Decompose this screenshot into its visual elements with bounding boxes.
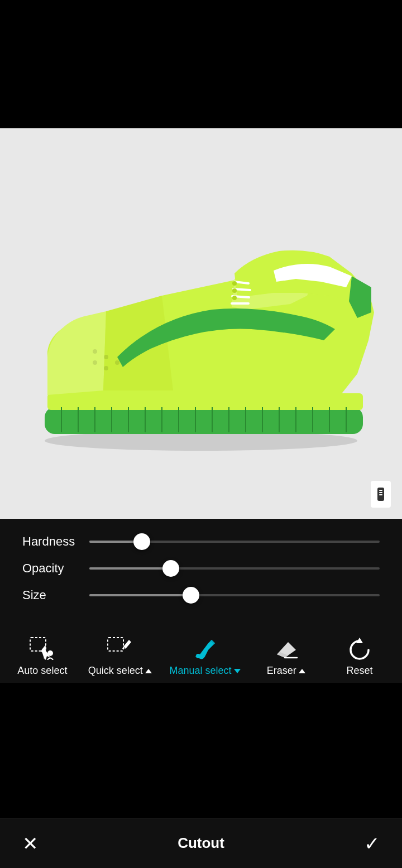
canvas-tool-button[interactable] — [371, 481, 391, 508]
quick-select-tool[interactable]: Quick select — [88, 636, 152, 677]
svg-point-26 — [232, 288, 237, 293]
top-bar — [0, 0, 402, 128]
svg-point-27 — [232, 296, 237, 300]
auto-select-label: Auto select — [17, 665, 67, 677]
reset-tool[interactable]: Reset — [332, 636, 387, 677]
hardness-slider[interactable] — [89, 541, 380, 543]
svg-rect-35 — [379, 492, 382, 493]
eraser-label-row: Eraser — [267, 665, 305, 677]
eraser-icon — [272, 636, 300, 660]
opacity-slider[interactable] — [89, 567, 380, 570]
svg-point-30 — [115, 360, 119, 365]
hardness-row: Hardness — [22, 534, 380, 549]
manual-select-label-row: Manual select — [169, 665, 240, 677]
quick-select-arrow — [145, 669, 152, 673]
opacity-label: Opacity — [22, 561, 89, 576]
svg-point-28 — [93, 349, 97, 354]
svg-point-25 — [232, 281, 237, 286]
tools-row: Auto select Quick select M — [0, 626, 402, 683]
svg-rect-36 — [379, 494, 382, 495]
size-label: Size — [22, 588, 89, 602]
cancel-button[interactable]: ✕ — [22, 834, 38, 853]
hardness-label: Hardness — [22, 534, 89, 549]
svg-point-31 — [93, 360, 97, 365]
controls-panel: Hardness Opacity Size — [0, 519, 402, 626]
quick-select-label: Quick select — [88, 665, 143, 677]
manual-select-arrow — [234, 669, 241, 673]
svg-point-38 — [47, 650, 53, 656]
eraser-arrow — [299, 669, 305, 673]
reset-label: Reset — [347, 665, 373, 677]
confirm-button[interactable]: ✓ — [364, 834, 380, 853]
svg-point-32 — [104, 366, 108, 370]
svg-point-29 — [104, 355, 108, 359]
svg-point-40 — [196, 654, 200, 658]
manual-select-label: Manual select — [169, 665, 231, 677]
svg-rect-39 — [108, 638, 123, 651]
bottom-title: Cutout — [178, 835, 224, 852]
svg-rect-34 — [379, 490, 382, 491]
reset-icon — [346, 636, 374, 660]
quick-select-icon — [106, 636, 134, 660]
manual-select-icon — [191, 636, 219, 660]
bottom-bar: ✕ Cutout ✓ — [0, 818, 402, 868]
svg-rect-1 — [45, 407, 363, 434]
auto-select-icon — [28, 636, 56, 660]
eraser-label: Eraser — [267, 665, 296, 677]
opacity-row: Opacity — [22, 561, 380, 576]
shoe-image — [17, 167, 385, 480]
canvas-area[interactable] — [0, 128, 402, 519]
size-slider[interactable] — [89, 594, 380, 596]
quick-select-label-row: Quick select — [88, 665, 152, 677]
size-row: Size — [22, 588, 380, 602]
manual-select-tool[interactable]: Manual select — [169, 636, 240, 677]
eraser-tool[interactable]: Eraser — [258, 636, 314, 677]
auto-select-tool[interactable]: Auto select — [15, 636, 70, 677]
